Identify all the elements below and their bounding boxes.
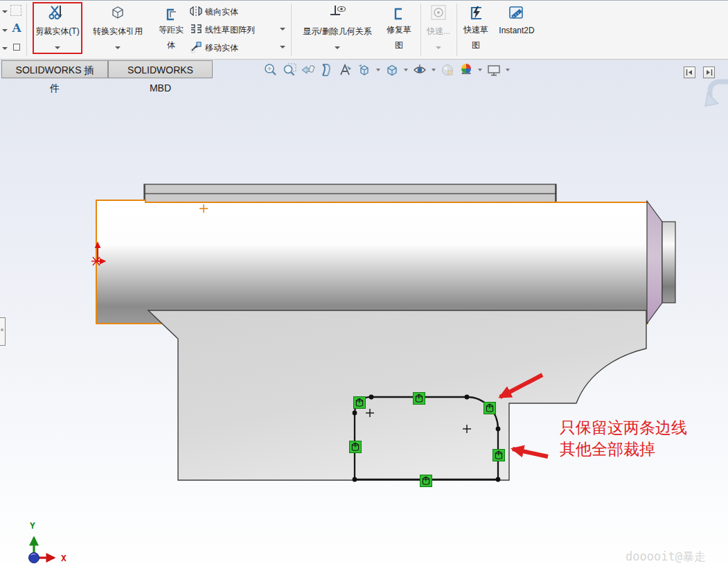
convert-entities-button[interactable]: 转换实体引用 (85, 2, 151, 59)
linear-pattern-button[interactable]: 线性草图阵列 (188, 21, 287, 38)
flyout-dropdown-1[interactable] (2, 10, 8, 13)
instant2d-label: Instant2D (494, 26, 540, 35)
mirror-entities-label: 镜向实体 (205, 6, 238, 18)
hide-show-items-icon[interactable] (412, 62, 427, 78)
offset-icon (163, 8, 179, 23)
instant2d-button[interactable]: Instant2D (494, 2, 540, 59)
repair-sketch-label-line2: 图 (382, 39, 416, 51)
tab-solidworks-addins[interactable]: SOLIDWORKS 插件 (1, 60, 108, 78)
apply-scene-icon[interactable] (459, 62, 474, 78)
zoom-to-area-icon[interactable] (282, 62, 297, 78)
trim-entities-button[interactable]: 剪裁实体(T) (32, 2, 83, 59)
display-relations-button[interactable]: 显示/删除几何关系 (294, 2, 381, 59)
offset-label-line1: 等距实 (154, 24, 188, 36)
instant2d-icon (508, 5, 525, 21)
quick-snaps-icon (430, 4, 447, 21)
linear-pattern-label: 线性草图阵列 (205, 24, 255, 36)
rectangle-tool-icon[interactable] (13, 44, 20, 51)
rapid-sketch-label-line1: 快速草 (459, 24, 492, 36)
hide-show-items-dropdown[interactable] (432, 69, 436, 71)
previous-view-icon[interactable] (301, 62, 316, 78)
quick-snaps-dropdown (436, 46, 441, 49)
move-entities-button[interactable]: 移动实体 (188, 39, 287, 56)
display-relations-label: 显示/删除几何关系 (294, 26, 381, 37)
convert-entities-label: 转换实体引用 (85, 26, 151, 37)
zoom-to-fit-icon[interactable] (263, 62, 278, 78)
quick-snaps-button: 快速... (423, 2, 454, 59)
view-orientation-icon[interactable] (357, 62, 372, 78)
display-relations-dropdown[interactable] (335, 46, 340, 49)
linear-pattern-dropdown[interactable] (280, 28, 285, 30)
linear-pattern-icon (190, 24, 202, 35)
trim-highlight-box (33, 2, 82, 54)
offset-entities-button[interactable]: 等距实 体 (154, 2, 188, 59)
relations-eye-icon (328, 3, 346, 20)
edge-widget-dot (1, 328, 3, 331)
cube-icon (109, 4, 126, 21)
dynamic-annotation-icon[interactable] (338, 62, 353, 78)
display-style-icon[interactable] (384, 62, 400, 78)
pane-next-button[interactable] (703, 67, 715, 78)
move-entities-label: 移动实体 (205, 42, 238, 54)
mirror-icon (190, 6, 202, 17)
view-settings-icon[interactable] (486, 62, 501, 78)
display-style-dropdown[interactable] (404, 69, 408, 71)
solidworks-window: Y X 只保留这两条边线 其他全部裁掉 dooooit@暴走 (0, 0, 728, 573)
sketch-text-icon[interactable]: A (10, 21, 23, 35)
section-view-icon[interactable] (319, 62, 335, 78)
view-settings-dropdown[interactable] (506, 69, 510, 71)
tab-solidworks-mbd[interactable]: SOLIDWORKS MBD (108, 60, 213, 78)
rapid-sketch-icon (468, 5, 484, 21)
command-manager: A 剪裁实体(T) 转换实体引用 (0, 0, 728, 60)
flyout-dropdown-3[interactable] (2, 47, 8, 50)
ghost-pattern-icon[interactable] (10, 5, 21, 16)
annotation-text-line2: 其他全部裁掉 (560, 439, 655, 460)
move-icon (190, 42, 202, 53)
watermark: dooooit@暴走 (625, 549, 706, 565)
heads-up-toolbar (263, 62, 511, 78)
quick-snaps-label: 快速... (423, 26, 454, 37)
mirror-entities-button[interactable]: 镜向实体 (188, 3, 287, 20)
edge-clipped-widget[interactable] (0, 317, 6, 346)
pane-previous-button[interactable] (684, 67, 695, 78)
edit-appearance-icon[interactable] (440, 62, 455, 78)
graphics-viewport[interactable] (0, 60, 728, 573)
flyout-dropdown-2[interactable] (2, 29, 8, 32)
apply-scene-dropdown[interactable] (478, 69, 482, 71)
move-dropdown[interactable] (280, 46, 285, 49)
rapid-sketch-label-line2: 图 (459, 39, 492, 51)
offset-label-line2: 体 (154, 39, 188, 51)
view-orientation-dropdown[interactable] (376, 69, 380, 71)
convert-dropdown[interactable] (115, 46, 121, 49)
repair-sketch-label-line1: 修复草 (382, 24, 416, 36)
annotation-text-line1: 只保留这两条边线 (560, 417, 687, 439)
repair-sketch-button[interactable]: 修复草 图 (382, 2, 416, 59)
rapid-sketch-button[interactable]: 快速草 图 (459, 2, 492, 59)
repair-sketch-icon (391, 7, 407, 22)
